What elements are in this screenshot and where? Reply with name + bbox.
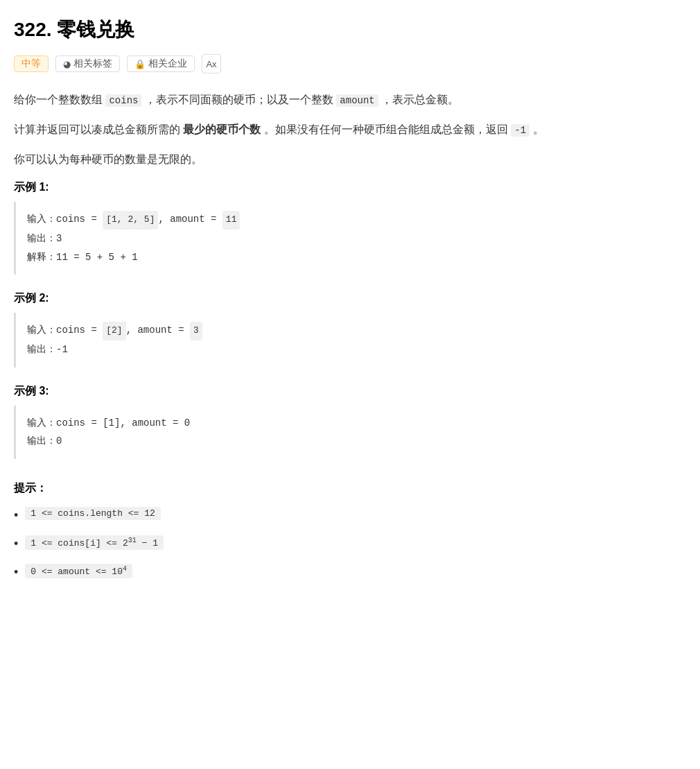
example-2-block: 输入：coins = [2], amount = 3 输出：-1 [14,313,686,367]
hints-title: 提示： [14,481,686,496]
example-1-output: 输出：3 [27,230,675,248]
example-1-title: 示例 1: [14,180,686,195]
example-2-amount-val: 3 [190,322,202,340]
bullet-2: • [14,535,18,553]
sup-31: 31 [128,537,137,544]
amount-inline-code-1: amount [336,94,378,107]
hints-section: 提示： • 1 <= coins.length <= 12 • 1 <= coi… [14,481,686,582]
coins-inline-code-1: coins [105,94,141,107]
hint-code-1: 1 <= coins.length <= 12 [25,507,160,520]
lock-icon: 🔒 [134,59,146,69]
hint-code-2: 1 <= coins[i] <= 231 − 1 [25,535,164,550]
tag-icon: ◕ [63,59,71,69]
related-tags-label: 相关标签 [73,58,112,70]
example-3-input: 输入：coins = [1], amount = 0 [27,414,675,433]
description-line3: 你可以认为每种硬币的数量是无限的。 [14,150,686,170]
tags-row: 中等 ◕ 相关标签 🔒 相关企业 Ax [14,54,686,74]
example-2-input: 输入：coins = [2], amount = 3 [27,321,675,340]
related-tags-button[interactable]: ◕ 相关标签 [55,55,120,72]
description: 给你一个整数数组 coins ，表示不同面额的硬币；以及一个整数 amount … [14,90,686,169]
related-companies-button[interactable]: 🔒 相关企业 [127,55,195,72]
hint-item-2: • 1 <= coins[i] <= 231 − 1 [14,535,686,553]
font-size-button[interactable]: Ax [202,54,221,74]
sup-4: 4 [123,565,127,573]
page-title: 322. 零钱兑换 [14,17,686,43]
hint-item-3: • 0 <= amount <= 104 [14,564,686,581]
example-1-coins-val: [1, 2, 5] [103,211,158,230]
example-1-block: 输入：coins = [1, 2, 5], amount = 11 输出：3 解… [14,202,686,275]
example-3-output: 输出：0 [27,432,675,451]
example-2: 示例 2: 输入：coins = [2], amount = 3 输出：-1 [14,291,686,367]
description-line1: 给你一个整数数组 coins ，表示不同面额的硬币；以及一个整数 amount … [14,90,686,110]
example-1: 示例 1: 输入：coins = [1, 2, 5], amount = 11 … [14,180,686,275]
example-2-output: 输出：-1 [27,340,675,359]
hint-item-1: • 1 <= coins.length <= 12 [14,507,686,524]
example-3-title: 示例 3: [14,384,686,399]
example-2-title: 示例 2: [14,291,686,306]
neg1-code: -1 [511,124,530,137]
example-1-amount-val: 11 [222,211,240,230]
example-3-block: 输入：coins = [1], amount = 0 输出：0 [14,406,686,459]
difficulty-tag[interactable]: 中等 [14,55,49,72]
example-3: 示例 3: 输入：coins = [1], amount = 0 输出：0 [14,384,686,459]
hints-list: • 1 <= coins.length <= 12 • 1 <= coins[i… [14,507,686,582]
example-1-input: 输入：coins = [1, 2, 5], amount = 11 [27,210,675,230]
hint-code-3: 0 <= amount <= 104 [25,564,132,578]
bullet-1: • [14,507,18,524]
example-2-coins-val: [2] [103,322,125,340]
description-line2: 计算并返回可以凑成总金额所需的 最少的硬币个数 。如果没有任何一种硬币组合能组成… [14,120,686,140]
bullet-3: • [14,564,18,581]
example-1-explain: 解释：11 = 5 + 5 + 1 [27,248,675,267]
related-companies-label: 相关企业 [148,58,187,70]
